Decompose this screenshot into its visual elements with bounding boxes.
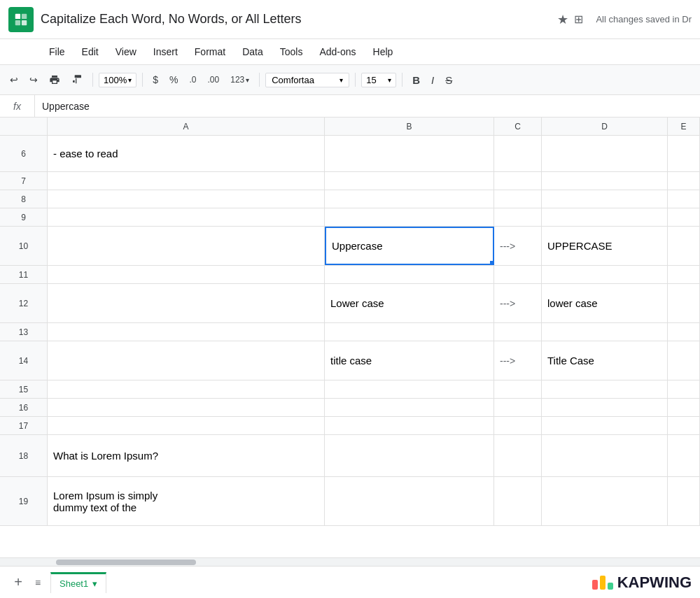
menu-addons[interactable]: Add-ons bbox=[312, 43, 363, 60]
cell-18-e[interactable] bbox=[668, 435, 700, 476]
paint-format-button[interactable] bbox=[67, 71, 87, 88]
cell-10-b[interactable]: Uppercase bbox=[325, 227, 494, 265]
print-button[interactable] bbox=[45, 71, 64, 88]
cell-13-e[interactable] bbox=[668, 323, 700, 341]
italic-button[interactable]: I bbox=[427, 71, 438, 89]
cell-11-b[interactable] bbox=[325, 266, 494, 283]
row-number-18[interactable]: 18 bbox=[0, 435, 48, 476]
cell-9-a[interactable] bbox=[48, 208, 325, 226]
cell-7-e[interactable] bbox=[668, 172, 700, 190]
cell-14-a[interactable] bbox=[48, 341, 325, 380]
menu-file[interactable]: File bbox=[42, 43, 72, 60]
undo-button[interactable]: ↩ bbox=[6, 71, 22, 88]
cell-12-c[interactable]: ---> bbox=[494, 284, 542, 322]
cell-9-e[interactable] bbox=[668, 208, 700, 226]
cell-19-d[interactable] bbox=[542, 477, 668, 525]
cell-10-a[interactable] bbox=[48, 227, 325, 265]
menu-format[interactable]: Format bbox=[188, 43, 232, 60]
cell-9-d[interactable] bbox=[542, 208, 668, 226]
menu-insert[interactable]: Insert bbox=[146, 43, 185, 60]
cell-19-b[interactable] bbox=[325, 477, 494, 525]
percent-button[interactable]: % bbox=[165, 71, 182, 88]
menu-edit[interactable]: Edit bbox=[75, 43, 106, 60]
col-header-e[interactable]: E bbox=[668, 118, 700, 135]
cell-19-a[interactable]: Lorem Ipsum is simply dummy text of the bbox=[48, 477, 325, 525]
cell-12-d[interactable]: lower case bbox=[542, 284, 668, 322]
cell-13-d[interactable] bbox=[542, 323, 668, 341]
more-formats-button[interactable]: 123 ▾ bbox=[226, 72, 253, 87]
cell-15-c[interactable] bbox=[494, 380, 542, 398]
cell-12-e[interactable] bbox=[668, 284, 700, 322]
cell-18-c[interactable] bbox=[494, 435, 542, 476]
cell-12-b[interactable]: Lower case bbox=[325, 284, 494, 322]
cell-8-e[interactable] bbox=[668, 190, 700, 208]
cell-17-a[interactable] bbox=[48, 417, 325, 434]
row-number-11[interactable]: 11 bbox=[0, 266, 48, 283]
decimal-decrease-button[interactable]: .0 bbox=[186, 72, 201, 87]
cell-7-a[interactable] bbox=[48, 172, 325, 190]
sheets-menu-button[interactable]: ≡ bbox=[28, 573, 48, 592]
cell-15-a[interactable] bbox=[48, 380, 325, 398]
cell-17-e[interactable] bbox=[668, 417, 700, 434]
cell-7-c[interactable] bbox=[494, 172, 542, 190]
cell-14-b[interactable]: title case bbox=[325, 341, 494, 380]
cell-10-c[interactable]: ---> bbox=[494, 227, 542, 265]
currency-button[interactable]: $ bbox=[148, 71, 162, 88]
cell-8-b[interactable] bbox=[325, 190, 494, 208]
cell-6-a[interactable]: - ease to read bbox=[48, 136, 325, 171]
cell-15-e[interactable] bbox=[668, 380, 700, 398]
cell-14-d[interactable]: Title Case bbox=[542, 341, 668, 380]
row-number-10[interactable]: 10 bbox=[0, 227, 48, 265]
cell-16-e[interactable] bbox=[668, 399, 700, 416]
cell-12-a[interactable] bbox=[48, 284, 325, 322]
add-sheet-button[interactable]: + bbox=[8, 573, 28, 592]
cell-17-c[interactable] bbox=[494, 417, 542, 434]
move-icon[interactable]: ⊞ bbox=[574, 13, 583, 26]
cell-8-c[interactable] bbox=[494, 190, 542, 208]
cell-13-a[interactable] bbox=[48, 323, 325, 341]
row-number-6[interactable]: 6 bbox=[0, 136, 48, 171]
cell-17-b[interactable] bbox=[325, 417, 494, 434]
formula-content[interactable]: Uppercase bbox=[35, 101, 700, 112]
bold-button[interactable]: B bbox=[408, 71, 424, 89]
cell-19-c[interactable] bbox=[494, 477, 542, 525]
cell-8-a[interactable] bbox=[48, 190, 325, 208]
menu-help[interactable]: Help bbox=[366, 43, 400, 60]
horizontal-scrollbar[interactable] bbox=[0, 557, 700, 566]
cell-10-e[interactable] bbox=[668, 227, 700, 265]
font-size-selector[interactable]: 15 ▾ bbox=[361, 73, 396, 87]
cell-11-e[interactable] bbox=[668, 266, 700, 283]
cell-11-d[interactable] bbox=[542, 266, 668, 283]
row-number-19[interactable]: 19 bbox=[0, 477, 48, 525]
cell-15-b[interactable] bbox=[325, 380, 494, 398]
cell-10-d[interactable]: UPPERCASE bbox=[542, 227, 668, 265]
row-number-14[interactable]: 14 bbox=[0, 341, 48, 380]
cell-11-c[interactable] bbox=[494, 266, 542, 283]
row-number-7[interactable]: 7 bbox=[0, 172, 48, 190]
row-number-16[interactable]: 16 bbox=[0, 399, 48, 416]
col-header-a[interactable]: A bbox=[48, 118, 325, 135]
cell-18-d[interactable] bbox=[542, 435, 668, 476]
col-header-d[interactable]: D bbox=[542, 118, 668, 135]
cell-16-a[interactable] bbox=[48, 399, 325, 416]
cell-16-d[interactable] bbox=[542, 399, 668, 416]
menu-tools[interactable]: Tools bbox=[273, 43, 310, 60]
cell-6-b[interactable] bbox=[325, 136, 494, 171]
menu-view[interactable]: View bbox=[108, 43, 144, 60]
cell-7-d[interactable] bbox=[542, 172, 668, 190]
decimal-increase-button[interactable]: .00 bbox=[204, 72, 224, 87]
cell-14-c[interactable]: ---> bbox=[494, 341, 542, 380]
cell-18-b[interactable] bbox=[325, 435, 494, 476]
cell-16-b[interactable] bbox=[325, 399, 494, 416]
cell-6-c[interactable] bbox=[494, 136, 542, 171]
row-number-8[interactable]: 8 bbox=[0, 190, 48, 208]
row-number-15[interactable]: 15 bbox=[0, 380, 48, 398]
cell-11-a[interactable] bbox=[48, 266, 325, 283]
row-number-13[interactable]: 13 bbox=[0, 323, 48, 341]
star-icon[interactable]: ★ bbox=[557, 12, 568, 27]
redo-button[interactable]: ↪ bbox=[25, 71, 42, 88]
row-number-17[interactable]: 17 bbox=[0, 417, 48, 434]
row-number-9[interactable]: 9 bbox=[0, 208, 48, 226]
col-header-c[interactable]: C bbox=[494, 118, 542, 135]
cell-19-e[interactable] bbox=[668, 477, 700, 525]
